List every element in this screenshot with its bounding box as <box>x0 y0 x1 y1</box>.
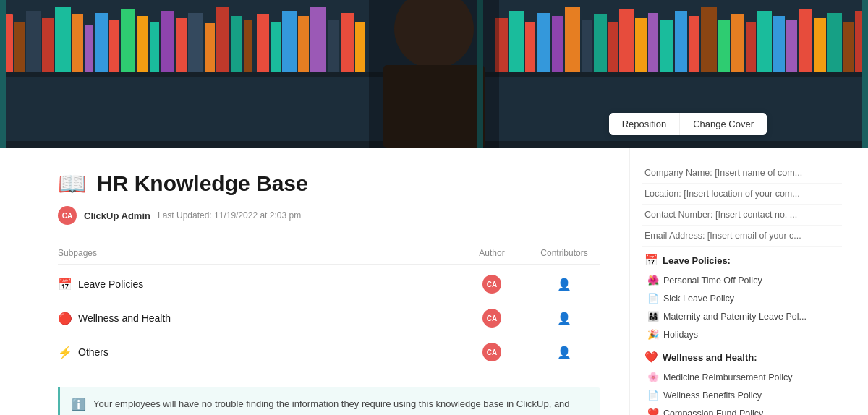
subpage-author-leave: CA <box>456 275 528 294</box>
subpage-name-wellness: Wellness and Health <box>78 312 456 324</box>
sidebar: Company Name: [Insert name of com... Loc… <box>629 148 854 415</box>
subpage-name-others: Others <box>78 346 456 358</box>
svg-rect-46 <box>689 16 699 72</box>
svg-rect-26 <box>282 11 297 72</box>
svg-rect-21 <box>244 20 252 72</box>
sidebar-link-maternity-icon: 👨‍👩‍👧 <box>647 311 659 322</box>
hero-controls: Reposition Change Cover <box>609 113 767 135</box>
svg-rect-47 <box>701 7 717 72</box>
avatar-wellness: CA <box>482 309 501 328</box>
sidebar-link-maternity[interactable]: 👨‍👩‍👧 Maternity and Paternity Leave Pol.… <box>642 307 842 325</box>
svg-rect-38 <box>582 20 592 72</box>
svg-rect-55 <box>814 18 826 72</box>
svg-rect-52 <box>773 16 785 72</box>
svg-rect-45 <box>675 11 687 72</box>
svg-rect-30 <box>341 13 354 72</box>
svg-rect-15 <box>161 11 174 72</box>
svg-rect-42 <box>635 18 647 72</box>
change-cover-button[interactable]: Change Cover <box>680 113 767 135</box>
reposition-button[interactable]: Reposition <box>609 113 680 135</box>
svg-rect-27 <box>298 16 309 72</box>
svg-rect-56 <box>827 13 842 72</box>
svg-rect-11 <box>109 20 119 72</box>
subpage-icon-leave: 📅 <box>58 278 78 291</box>
svg-rect-51 <box>757 11 772 72</box>
avatar-leave: CA <box>482 275 501 294</box>
sidebar-section-wellness-icon: ❤️ <box>644 351 658 364</box>
sidebar-link-compassion[interactable]: ❤️ Compassion Fund Policy <box>642 404 842 415</box>
author-avatar: CA <box>58 206 77 225</box>
subpage-contrib-leave: 👤 <box>528 278 600 291</box>
svg-rect-36 <box>552 16 563 72</box>
svg-rect-61 <box>862 0 868 148</box>
author-row: CA ClickUp Admin Last Updated: 11/19/202… <box>58 206 600 225</box>
svg-rect-49 <box>731 14 744 72</box>
sidebar-link-holidays[interactable]: 🎉 Holidays <box>642 325 842 343</box>
content-area: 📖 HR Knowledge Base CA ClickUp Admin Las… <box>0 148 629 415</box>
sidebar-link-wellness-benefits-text: Wellness Benefits Policy <box>663 390 762 401</box>
svg-rect-14 <box>150 22 159 72</box>
sidebar-link-medicine-text: Medicine Reimbursement Policy <box>663 372 793 382</box>
svg-rect-4 <box>14 22 25 72</box>
subpage-icon-others: ⚡ <box>58 346 78 359</box>
svg-rect-37 <box>565 7 580 72</box>
page-title-icon: 📖 <box>58 170 87 197</box>
sidebar-link-sick[interactable]: 📄 Sick Leave Policy <box>642 289 842 307</box>
svg-rect-50 <box>746 22 756 72</box>
contrib-icon-leave: 👤 <box>557 278 571 291</box>
subpage-row-others[interactable]: ⚡ Others CA 👤 <box>58 335 600 369</box>
svg-rect-41 <box>619 9 634 72</box>
svg-rect-34 <box>525 22 535 72</box>
svg-rect-24 <box>257 14 269 72</box>
svg-rect-18 <box>205 23 215 72</box>
col-contributors-label: Contributors <box>528 248 600 258</box>
subpage-author-wellness: CA <box>456 309 528 328</box>
svg-rect-39 <box>594 14 607 72</box>
sidebar-field-contact: Contact Number: [Insert contact no. ... <box>642 205 842 226</box>
sidebar-link-sick-icon: 📄 <box>647 293 659 304</box>
svg-rect-53 <box>786 20 797 72</box>
svg-rect-28 <box>310 7 326 72</box>
svg-rect-40 <box>608 22 618 72</box>
svg-rect-43 <box>648 13 658 72</box>
subpages-header: Subpages Author Contributors <box>58 245 600 265</box>
svg-rect-8 <box>72 14 83 72</box>
avatar-others: CA <box>482 343 501 361</box>
svg-rect-29 <box>328 20 339 72</box>
sidebar-link-wellness-benefits-icon: 📄 <box>647 390 659 401</box>
svg-rect-25 <box>271 22 281 72</box>
hero-cover: Reposition Change Cover <box>0 0 868 148</box>
svg-rect-5 <box>26 11 41 72</box>
sidebar-section-wellness-title: Wellness and Health: <box>663 352 757 363</box>
sidebar-section-wellness: ❤️ Wellness and Health: <box>642 343 842 368</box>
sidebar-link-holidays-text: Holidays <box>663 330 698 340</box>
sidebar-link-wellness-benefits[interactable]: 📄 Wellness Benefits Policy <box>642 386 842 404</box>
sidebar-link-compassion-icon: ❤️ <box>647 408 659 415</box>
svg-rect-10 <box>95 13 108 72</box>
svg-rect-33 <box>509 11 524 72</box>
subpages-section: Subpages Author Contributors 📅 Leave Pol… <box>58 245 600 369</box>
page-title-row: 📖 HR Knowledge Base <box>58 170 600 197</box>
subpage-icon-wellness: 🔴 <box>58 312 78 325</box>
svg-rect-19 <box>216 7 229 72</box>
sidebar-link-pto-text: Personal Time Off Policy <box>663 275 762 286</box>
subpage-contrib-wellness: 👤 <box>528 312 600 325</box>
svg-rect-16 <box>176 18 187 72</box>
svg-rect-35 <box>537 13 550 72</box>
sidebar-link-pto[interactable]: 🌺 Personal Time Off Policy <box>642 271 842 289</box>
info-icon: ℹ️ <box>72 398 86 415</box>
svg-rect-59 <box>0 0 6 148</box>
subpage-row-wellness[interactable]: 🔴 Wellness and Health CA 👤 <box>58 301 600 335</box>
sidebar-link-medicine[interactable]: 🌸 Medicine Reimbursement Policy <box>642 368 842 386</box>
sidebar-link-pto-icon: 🌺 <box>647 275 659 286</box>
author-name: ClickUp Admin <box>84 210 150 221</box>
page-title: HR Knowledge Base <box>97 171 308 196</box>
svg-rect-17 <box>188 13 203 72</box>
sidebar-section-leave-title: Leave Policies: <box>663 255 731 266</box>
svg-rect-13 <box>137 16 148 72</box>
svg-rect-6 <box>42 18 54 72</box>
sidebar-link-medicine-icon: 🌸 <box>647 372 659 382</box>
sidebar-field-company: Company Name: [Insert name of com... <box>642 163 842 184</box>
subpage-row-leave-policies[interactable]: 📅 Leave Policies CA 👤 <box>58 268 600 301</box>
sidebar-link-compassion-text: Compassion Fund Policy <box>663 408 763 416</box>
